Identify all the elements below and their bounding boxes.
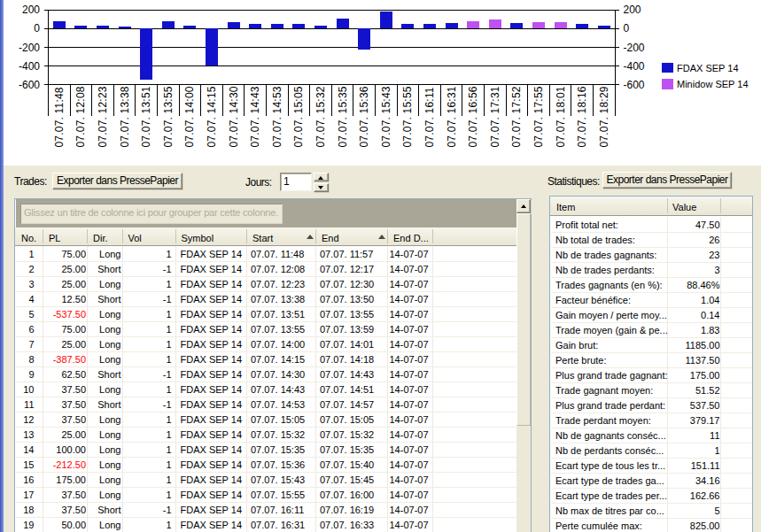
svg-text:-200: -200 bbox=[624, 42, 645, 54]
svg-text:Minidow SEP 14: Minidow SEP 14 bbox=[677, 79, 749, 89]
svg-text:07.07. 15:55: 07.07. 15:55 bbox=[401, 86, 414, 147]
svg-text:07.07. 18:16: 07.07. 18:16 bbox=[576, 86, 588, 147]
svg-text:07.07. 15:32: 07.07. 15:32 bbox=[314, 86, 327, 147]
svg-text:-400: -400 bbox=[624, 60, 645, 73]
svg-text:07.07. 14:43: 07.07. 14:43 bbox=[249, 86, 261, 147]
svg-text:07.07. 15:05: 07.07. 15:05 bbox=[292, 86, 305, 147]
svg-text:07.07. 11:48: 07.07. 11:48 bbox=[53, 87, 66, 147]
svg-text:07.07. 12:23: 07.07. 12:23 bbox=[97, 86, 109, 147]
svg-text:07.07. 15:35: 07.07. 15:35 bbox=[337, 86, 349, 147]
svg-text:-600: -600 bbox=[624, 79, 645, 91]
svg-text:07.07. 12:08: 07.07. 12:08 bbox=[74, 86, 87, 147]
svg-text:07.07. 17:55: 07.07. 17:55 bbox=[532, 86, 545, 147]
svg-text:07.07. 18:29: 07.07. 18:29 bbox=[598, 86, 610, 147]
svg-text:07.07. 14:15: 07.07. 14:15 bbox=[206, 86, 218, 147]
svg-text:-600: -600 bbox=[19, 79, 40, 91]
svg-text:200: 200 bbox=[22, 4, 40, 16]
svg-text:-400: -400 bbox=[19, 60, 40, 73]
svg-text:07.07. 16:31: 07.07. 16:31 bbox=[446, 86, 458, 147]
svg-text:07.07. 17:52: 07.07. 17:52 bbox=[510, 86, 523, 147]
svg-text:07.07. 15:36: 07.07. 15:36 bbox=[358, 86, 370, 147]
svg-text:FDAX SEP 14: FDAX SEP 14 bbox=[677, 63, 739, 73]
svg-text:200: 200 bbox=[624, 4, 641, 16]
svg-text:07.07. 13:55: 07.07. 13:55 bbox=[162, 86, 175, 147]
svg-text:07.07. 17:31: 07.07. 17:31 bbox=[489, 86, 501, 147]
svg-text:07.07. 14:00: 07.07. 14:00 bbox=[183, 86, 196, 147]
svg-text:07.07. 18:01: 07.07. 18:01 bbox=[555, 86, 567, 147]
svg-text:07.07. 16:11: 07.07. 16:11 bbox=[423, 87, 436, 147]
svg-text:07.07. 13:51: 07.07. 13:51 bbox=[140, 86, 152, 147]
svg-text:0: 0 bbox=[624, 22, 630, 35]
svg-text:0: 0 bbox=[34, 22, 40, 35]
svg-text:07.07. 13:38: 07.07. 13:38 bbox=[119, 86, 131, 147]
svg-text:07.07. 14:53: 07.07. 14:53 bbox=[271, 86, 283, 147]
svg-text:07.07. 15:43: 07.07. 15:43 bbox=[380, 86, 392, 147]
svg-text:07.07. 14:30: 07.07. 14:30 bbox=[228, 86, 240, 147]
svg-text:07.07. 16:56: 07.07. 16:56 bbox=[467, 86, 479, 147]
svg-text:-200: -200 bbox=[19, 42, 40, 54]
